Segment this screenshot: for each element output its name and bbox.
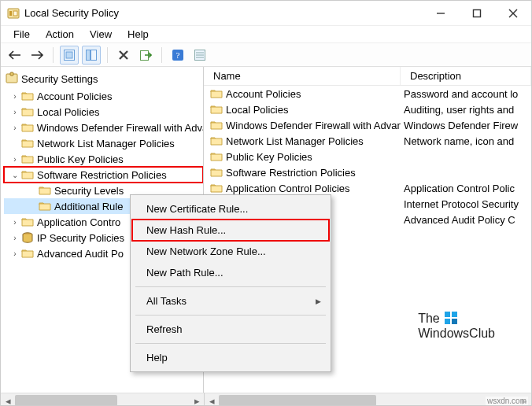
ctx-new-certificate-rule[interactable]: New Certificate Rule... <box>132 198 329 220</box>
expander-icon[interactable]: › <box>10 249 20 258</box>
menubar: File Action View Help <box>1 26 531 43</box>
minimize-button[interactable] <box>423 1 459 26</box>
folder-icon <box>39 200 51 212</box>
window-controls <box>423 1 531 26</box>
app-icon <box>7 7 20 20</box>
list-row[interactable]: Windows Defender Firewall with Advanc...… <box>204 117 531 133</box>
cell-name: Network List Manager Policies <box>226 135 364 147</box>
cell-desc: Internet Protocol Security <box>404 198 519 210</box>
folder-icon <box>210 87 223 100</box>
cell-desc: Windows Defender Firew <box>404 120 518 131</box>
toolbar: ? <box>1 43 531 67</box>
expander-icon[interactable]: › <box>10 217 20 227</box>
export-button[interactable] <box>136 46 155 65</box>
expander-icon[interactable]: › <box>10 107 20 116</box>
list-h-scrollbar[interactable]: ◂ ▸ <box>205 393 531 406</box>
list-row[interactable]: Local PoliciesAuditing, user rights and <box>204 102 531 117</box>
ctx-help[interactable]: Help <box>132 347 329 368</box>
list-row[interactable]: Public Key Policies <box>204 149 531 164</box>
scroll-left-icon[interactable]: ◂ <box>1 393 15 406</box>
svg-rect-8 <box>66 52 72 58</box>
menu-view[interactable]: View <box>82 27 120 42</box>
svg-rect-10 <box>91 50 97 60</box>
cell-name: Public Key Policies <box>226 151 312 163</box>
close-button[interactable] <box>495 1 531 26</box>
cell-name: Software Restriction Policies <box>226 167 356 179</box>
tree-item[interactable]: ›Public Key Policies <box>4 151 203 167</box>
cell-name: Windows Defender Firewall with Advanc... <box>226 120 401 131</box>
expander-icon[interactable] <box>10 138 20 148</box>
cell-desc: Application Control Polic <box>404 183 515 194</box>
cell-name: Local Policies <box>226 104 289 116</box>
folder-icon <box>210 166 223 179</box>
properties-button[interactable] <box>190 46 209 65</box>
folder-icon <box>21 231 34 244</box>
watermark-line1: The <box>418 312 440 325</box>
scroll-thumb[interactable] <box>219 395 376 406</box>
tree-item-software-restriction-policies[interactable]: ⌄ Software Restriction Policies <box>4 167 203 183</box>
toolbar-separator <box>107 47 108 63</box>
tree-label: Network List Manager Policies <box>37 138 175 149</box>
tree-root[interactable]: Security Settings <box>4 70 203 88</box>
tree-item[interactable]: Network List Manager Policies <box>4 135 203 151</box>
help-button[interactable]: ? <box>168 46 187 65</box>
cell-name: Account Policies <box>226 88 301 100</box>
list-header: Name Description <box>204 67 531 86</box>
expander-icon[interactable]: › <box>10 233 20 242</box>
scroll-thumb[interactable] <box>15 395 117 406</box>
ctx-new-path-rule[interactable]: New Path Rule... <box>132 262 329 283</box>
list-row[interactable]: Software Restriction Policies <box>204 164 531 180</box>
folder-icon <box>21 121 34 134</box>
ctx-all-tasks[interactable]: All Tasks <box>132 290 329 312</box>
ctx-refresh[interactable]: Refresh <box>132 319 329 340</box>
tree-label: Software Restriction Policies <box>37 169 167 181</box>
ctx-new-network-zone-rule[interactable]: New Network Zone Rule... <box>132 241 329 262</box>
expander-icon[interactable]: › <box>10 123 20 132</box>
forward-button[interactable] <box>28 46 46 65</box>
folder-icon <box>210 135 223 147</box>
scroll-right-icon[interactable]: ▸ <box>190 393 204 406</box>
toolbar-separator <box>161 47 162 63</box>
tree-h-scrollbar[interactable]: ◂ ▸ <box>1 393 204 406</box>
folder-icon <box>21 247 34 260</box>
svg-rect-4 <box>474 9 481 17</box>
tree-item[interactable]: ›Account Policies <box>4 88 203 104</box>
tree-label: Advanced Audit Po <box>37 248 124 260</box>
column-header-description[interactable]: Description <box>401 67 531 85</box>
folder-icon <box>21 216 34 228</box>
folder-icon <box>210 119 223 131</box>
column-header-name[interactable]: Name <box>204 67 401 85</box>
tree-item[interactable]: ›Local Policies <box>4 104 203 120</box>
folder-icon <box>210 103 223 116</box>
context-menu: New Certificate Rule... New Hash Rule...… <box>130 194 331 372</box>
list-row[interactable]: Account PoliciesPassword and account lo <box>204 86 531 102</box>
folder-icon <box>210 182 223 194</box>
bottom-scrollbars: ◂ ▸ ◂ ▸ <box>1 393 531 406</box>
svg-rect-9 <box>87 50 91 60</box>
folder-icon <box>21 105 34 118</box>
expander-icon[interactable]: › <box>10 91 20 101</box>
delete-button[interactable] <box>114 46 133 65</box>
cell-name: Application Control Policies <box>226 183 350 194</box>
folder-icon <box>21 90 34 102</box>
tree-item[interactable]: ›Windows Defender Firewall with Adva <box>4 120 203 135</box>
back-button[interactable] <box>6 46 24 65</box>
expander-icon[interactable]: › <box>10 154 20 164</box>
menu-file[interactable]: File <box>6 27 38 42</box>
list-row[interactable]: Network List Manager PoliciesNetwork nam… <box>204 133 531 149</box>
menu-action[interactable]: Action <box>38 27 82 42</box>
tree-label: Application Contro <box>37 216 120 228</box>
ctx-new-hash-rule[interactable]: New Hash Rule... <box>132 220 329 241</box>
menu-help[interactable]: Help <box>120 27 157 42</box>
scroll-left-icon[interactable]: ◂ <box>205 393 219 406</box>
cell-desc: Advanced Audit Policy C <box>404 214 515 226</box>
up-level-button[interactable] <box>60 46 79 65</box>
show-hide-tree-button[interactable] <box>82 46 101 65</box>
list-row[interactable]: Application Control PoliciesApplication … <box>204 180 531 196</box>
tree-label: Account Policies <box>37 90 112 102</box>
maximize-button[interactable] <box>459 1 495 26</box>
expander-open-icon[interactable]: ⌄ <box>10 170 20 179</box>
window-title: Local Security Policy <box>24 7 423 19</box>
toolbar-separator <box>53 47 54 63</box>
svg-rect-21 <box>445 312 450 317</box>
